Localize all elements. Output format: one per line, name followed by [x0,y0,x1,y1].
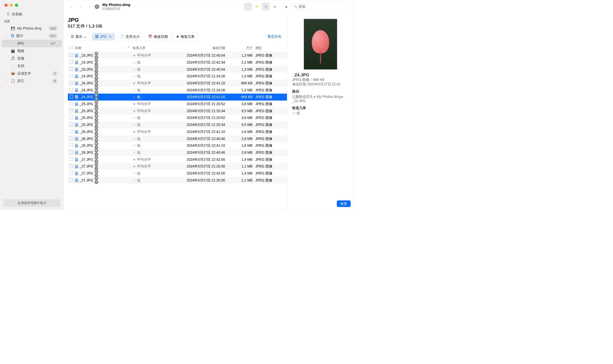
sidebar-item-6[interactable]: ›📦压缩文件2 [2,70,62,77]
sidebar-item-7[interactable]: ›📋其它6 [2,77,62,85]
row-checkbox[interactable] [70,60,73,64]
table-row[interactable]: _25.JPG👁#★平均水平2024年5月27日 21:25:349,5 MBJ… [68,107,287,114]
row-checkbox[interactable] [70,123,73,126]
view-folder-button[interactable]: 📁 [253,3,261,11]
sidebar-item-0[interactable]: 💾My Photos.dmg525 [2,25,62,32]
col-size[interactable]: 尺寸 [226,46,255,50]
filter-show[interactable]: ☰显示⌄ [68,33,90,41]
minimize-window[interactable] [10,4,13,7]
sidebar-item-3[interactable]: 🎬视频 [2,47,62,55]
view-grid-button[interactable]: ⊞ [271,3,279,11]
maximize-window[interactable] [15,4,18,7]
preview-icon[interactable]: 👁 [95,121,98,125]
preview-icon[interactable]: 👁 [95,169,98,173]
row-checkbox[interactable] [70,130,73,133]
preview-icon[interactable]: 👁 [95,163,98,166]
preview-icon[interactable]: 👁 [95,100,98,104]
reset-filters[interactable]: 重置所有 [267,34,281,39]
table-row[interactable]: _24.JPG👁#☆低2024年5月27日 21:24:261,3 MBJPEG… [68,87,287,94]
table-row[interactable]: _27.JPG👁#☆低2024年5月27日 22:42:001,4 MBJPEG… [68,170,287,177]
view-list-button[interactable]: ☰ [262,3,270,11]
sidebar-item-4[interactable]: 🎵音频 [2,55,62,62]
preview-icon[interactable]: 👁 [95,93,98,97]
row-checkbox[interactable] [70,150,73,154]
table-row[interactable]: _25.JPG👁#★平均水平2024年5月27日 21:20:523,6 MBJ… [68,101,287,108]
filter-recovery[interactable]: ★恢复几率 [173,33,198,41]
table-row[interactable]: _24.JPG👁#★平均水平2024年5月27日 22:41:10969 KBJ… [68,80,287,87]
row-checkbox[interactable] [70,74,73,78]
show-in-explorer-button[interactable]: 在资源管理器中显示 [3,199,61,207]
table-row[interactable]: _26.JPG👁#★平均水平2024年5月27日 22:41:101,6 MBJ… [68,128,287,135]
sidebar-item-2[interactable]: JPG517 [2,40,62,47]
preview-icon[interactable]: 👁 [95,52,98,56]
col-date[interactable]: 修改日期 [167,46,226,50]
row-checkbox[interactable] [70,136,73,140]
table-row[interactable]: _24.JPG👁#☆低2024年5月27日 21:24:261,3 MBJPEG… [68,73,287,80]
row-checkbox[interactable] [70,102,73,105]
preview-icon[interactable]: 👁 [95,176,98,180]
row-checkbox[interactable] [70,95,73,98]
row-checkbox[interactable] [70,171,73,175]
filter-jpg[interactable]: 🖼JPG✕ [92,33,115,41]
row-checkbox[interactable] [70,88,73,91]
table-row[interactable]: _23.JPG👁#☆低2024年5月27日 22:42:342,1 MBJPEG… [68,59,287,66]
hash-icon[interactable]: # [95,180,98,184]
preview-icon[interactable]: 👁 [95,86,98,90]
sidebar-item-1[interactable]: ⌄🖼图片517 [2,32,62,40]
home-button[interactable]: ⌂ [68,3,76,11]
preview-icon[interactable]: 👁 [95,135,98,139]
forward-button[interactable]: › [86,3,93,11]
preview-icon[interactable]: 👁 [95,107,98,111]
view-doc-button[interactable]: 📄 [244,3,252,11]
recover-button[interactable]: 恢复 [337,200,351,207]
select-all-checkbox[interactable] [70,46,73,49]
table-row[interactable]: _26.JPG👁#☆低2024年5月27日 22:40:462,8 MBJPEG… [68,149,287,156]
back-button[interactable]: ‹ [77,3,84,11]
sidebar-item-5[interactable]: 📄文档 [2,62,62,70]
row-checkbox[interactable] [70,178,73,181]
row-checkbox[interactable] [70,109,73,112]
table-row[interactable]: _24.JPG👁#☆低2024年5月27日 22:41:10969 KBJPEG… [68,94,287,101]
date-value: 2024年5月27日 21:24:26 [167,74,226,78]
row-checkbox[interactable] [70,53,73,57]
filter-size[interactable]: 📄文件大小 [117,33,143,41]
search-input[interactable] [298,5,347,9]
preview-icon[interactable]: 👁 [95,156,98,159]
table-row[interactable]: _27.JPG👁#★平均水平2024年5月27日 21:20:301,1 MBJ… [68,163,287,170]
table-row[interactable]: _26.JPG👁#☆低2024年5月27日 22:40:462,8 MBJPEG… [68,135,287,142]
star-icon: ☆ [133,144,136,148]
date-value: 2024年5月27日 21:20:30 [167,164,226,168]
row-checkbox[interactable] [70,116,73,119]
preview-icon[interactable]: 👁 [95,142,98,146]
preview-icon[interactable]: 👁 [95,73,98,76]
toggle-panel-button[interactable]: ◧ [283,3,290,11]
col-type[interactable]: 类型 [255,46,287,50]
close-window[interactable] [5,4,8,7]
row-checkbox[interactable] [70,143,73,147]
table-row[interactable]: _23.JPG👁#★平均水平2024年5月27日 22:40:041,3 MBJ… [68,52,287,59]
col-name[interactable]: 名称 ⌃ [75,46,132,50]
row-checkbox[interactable] [70,164,73,168]
search-box[interactable]: 🔍 [292,3,350,10]
table-row[interactable]: _25.JPG👁#☆低2024年5月27日 21:20:523,6 MBJPEG… [68,114,287,121]
table-row[interactable]: _26.JPG👁#☆低2024年5月27日 22:41:101,6 MBJPEG… [68,142,287,149]
col-recovery[interactable]: 恢复几率 [133,46,167,50]
table-row[interactable]: _23.JPG👁#☆低2024年5月27日 22:40:041,3 MBJPEG… [68,66,287,73]
preview-icon[interactable]: 👁 [95,128,98,132]
preview-icon[interactable]: 👁 [95,66,98,69]
table-row[interactable]: _25.JPG👁#☆低2024年5月27日 21:25:349,5 MBJPEG… [68,121,287,128]
preview-icon[interactable]: 👁 [95,79,98,83]
scan-status: 扫描顺利完成 [102,7,130,11]
table-row[interactable]: _27.JPG👁#★平均水平2024年5月27日 22:42:001,4 MBJ… [68,156,287,163]
table-row[interactable]: _27.JPG👁#☆低2024年5月27日 21:20:301,1 MBJPEG… [68,177,287,184]
close-icon[interactable]: ✕ [109,35,111,39]
row-checkbox[interactable] [70,81,73,85]
preview-icon[interactable]: 👁 [95,59,98,62]
sidebar-dashboard[interactable]: ⠿ 仪表板 [2,10,62,18]
row-checkbox[interactable] [70,67,73,71]
chevron-icon: › [6,80,7,83]
row-checkbox[interactable] [70,157,73,161]
preview-icon[interactable]: 👁 [95,114,98,118]
preview-icon[interactable]: 👁 [95,149,98,152]
filter-date[interactable]: 📅修改日期 [145,33,171,41]
